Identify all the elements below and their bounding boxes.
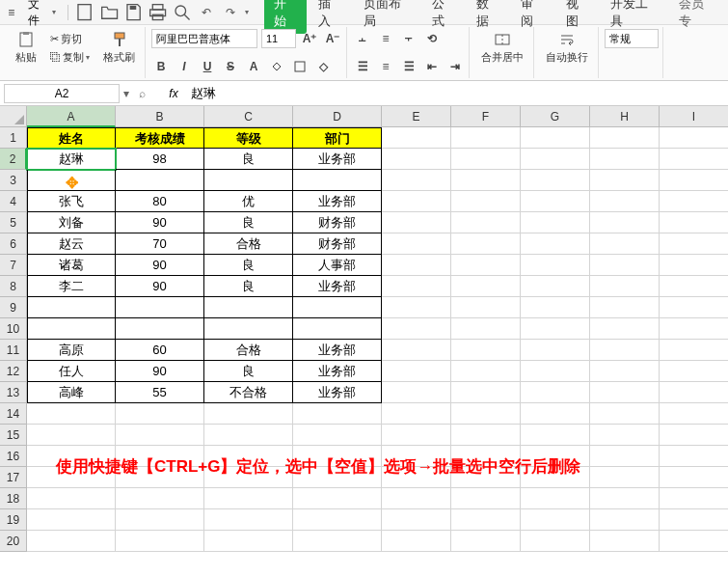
cell-I12[interactable] — [660, 361, 728, 382]
cell-C14[interactable] — [204, 403, 293, 425]
col-header-A[interactable]: A — [27, 106, 116, 127]
cell-A13[interactable]: 高峰 — [27, 382, 116, 403]
cell-E8[interactable] — [382, 276, 451, 297]
row-header-12[interactable]: 12 — [0, 361, 27, 382]
cell-D7[interactable]: 人事部 — [293, 255, 382, 276]
cell-C20[interactable] — [204, 531, 293, 552]
cell-C5[interactable]: 良 — [204, 212, 293, 233]
merge-center-button[interactable]: 合并居中 — [475, 29, 529, 67]
col-header-D[interactable]: D — [293, 106, 382, 127]
cell-I5[interactable] — [660, 212, 728, 233]
cell-C19[interactable] — [204, 509, 293, 531]
cell-B6[interactable]: 70 — [116, 233, 204, 255]
cell-H18[interactable] — [590, 488, 660, 509]
cell-B10[interactable] — [116, 318, 204, 340]
cell-C3[interactable] — [204, 170, 293, 191]
cell-H11[interactable] — [590, 340, 660, 361]
cell-F7[interactable] — [451, 255, 521, 276]
row-header-11[interactable]: 11 — [0, 340, 27, 361]
cell-D9[interactable] — [293, 297, 382, 318]
cell-D3[interactable] — [293, 170, 382, 191]
paste-button[interactable]: 粘贴 — [10, 29, 42, 67]
cell-F15[interactable] — [451, 425, 521, 446]
cell-G11[interactable] — [521, 340, 590, 361]
bold-button[interactable]: B — [151, 57, 171, 76]
row-header-5[interactable]: 5 — [0, 212, 27, 233]
cell-E1[interactable] — [382, 127, 451, 149]
cell-E18[interactable] — [382, 488, 451, 509]
align-right-icon[interactable]: ☰ — [399, 57, 418, 76]
cell-F18[interactable] — [451, 488, 521, 509]
cell-F11[interactable] — [451, 340, 521, 361]
cell-E9[interactable] — [382, 297, 451, 318]
format-painter-button[interactable]: 格式刷 — [97, 29, 141, 67]
strikethrough-button[interactable]: S — [221, 57, 240, 76]
cell-C10[interactable] — [204, 318, 293, 340]
cell-C12[interactable]: 良 — [204, 361, 293, 382]
cell-E3[interactable] — [382, 170, 451, 191]
align-left-icon[interactable]: ☰ — [353, 57, 372, 76]
cell-A1[interactable]: 姓名 — [27, 127, 116, 149]
cell-E14[interactable] — [382, 403, 451, 425]
cell-B20[interactable] — [116, 531, 204, 552]
cell-F2[interactable] — [451, 149, 521, 170]
new-icon[interactable] — [74, 2, 94, 23]
undo-icon[interactable]: ↶ — [196, 2, 216, 23]
cell-C18[interactable] — [204, 488, 293, 509]
font-color-button[interactable]: A — [244, 57, 263, 76]
auto-wrap-button[interactable]: 自动换行 — [540, 29, 594, 67]
row-header-4[interactable]: 4 — [0, 191, 27, 212]
open-icon[interactable] — [99, 2, 120, 23]
cell-F19[interactable] — [451, 509, 521, 531]
indent-increase-icon[interactable]: ⇥ — [445, 57, 465, 76]
cell-D19[interactable] — [293, 509, 382, 531]
cell-H12[interactable] — [590, 361, 660, 382]
cell-B3[interactable] — [116, 170, 204, 191]
font-size-select[interactable] — [261, 29, 296, 48]
row-header-10[interactable]: 10 — [0, 318, 27, 340]
cell-I10[interactable] — [660, 318, 728, 340]
cell-I6[interactable] — [660, 233, 728, 255]
cell-D11[interactable]: 业务部 — [293, 340, 382, 361]
cell-E5[interactable] — [382, 212, 451, 233]
cell-G15[interactable] — [521, 425, 590, 446]
cell-D13[interactable]: 业务部 — [293, 382, 382, 403]
cell-D1[interactable]: 部门 — [293, 127, 382, 149]
row-header-2[interactable]: 2 — [0, 149, 27, 170]
cell-E12[interactable] — [382, 361, 451, 382]
cell-H4[interactable] — [590, 191, 660, 212]
cell-I15[interactable] — [660, 425, 728, 446]
cell-C1[interactable]: 等级 — [204, 127, 293, 149]
row-header-16[interactable]: 16 — [0, 446, 27, 467]
orientation-icon[interactable]: ⟲ — [422, 29, 442, 48]
cell-G13[interactable] — [521, 382, 590, 403]
underline-button[interactable]: U — [198, 57, 217, 76]
cell-I16[interactable] — [660, 446, 728, 467]
select-all-corner[interactable] — [0, 106, 27, 127]
cell-A7[interactable]: 诸葛 — [27, 255, 116, 276]
cell-H2[interactable] — [590, 149, 660, 170]
cell-D20[interactable] — [293, 531, 382, 552]
cells-grid[interactable]: 姓名考核成绩等级部门赵琳98良业务部张飞80优业务部刘备90良财务部赵云70合格… — [27, 127, 728, 552]
print-icon[interactable] — [148, 2, 168, 23]
clear-format-button[interactable]: ◇ — [313, 57, 333, 76]
align-top-icon[interactable]: ⫠ — [353, 29, 372, 48]
cell-I1[interactable] — [660, 127, 728, 149]
cell-B19[interactable] — [116, 509, 204, 531]
cell-F9[interactable] — [451, 297, 521, 318]
row-header-9[interactable]: 9 — [0, 297, 27, 318]
cell-H3[interactable] — [590, 170, 660, 191]
row-header-17[interactable]: 17 — [0, 467, 27, 488]
qat-more-icon[interactable]: ▾ — [245, 8, 249, 16]
print-preview-icon[interactable] — [172, 2, 192, 23]
cell-G4[interactable] — [521, 191, 590, 212]
cell-E7[interactable] — [382, 255, 451, 276]
cell-A12[interactable]: 任人 — [27, 361, 116, 382]
cell-F6[interactable] — [451, 233, 521, 255]
cell-B18[interactable] — [116, 488, 204, 509]
col-header-I[interactable]: I — [660, 106, 728, 127]
align-bottom-icon[interactable]: ⫟ — [399, 29, 418, 48]
cell-B11[interactable]: 60 — [116, 340, 204, 361]
cell-E4[interactable] — [382, 191, 451, 212]
cell-I14[interactable] — [660, 403, 728, 425]
